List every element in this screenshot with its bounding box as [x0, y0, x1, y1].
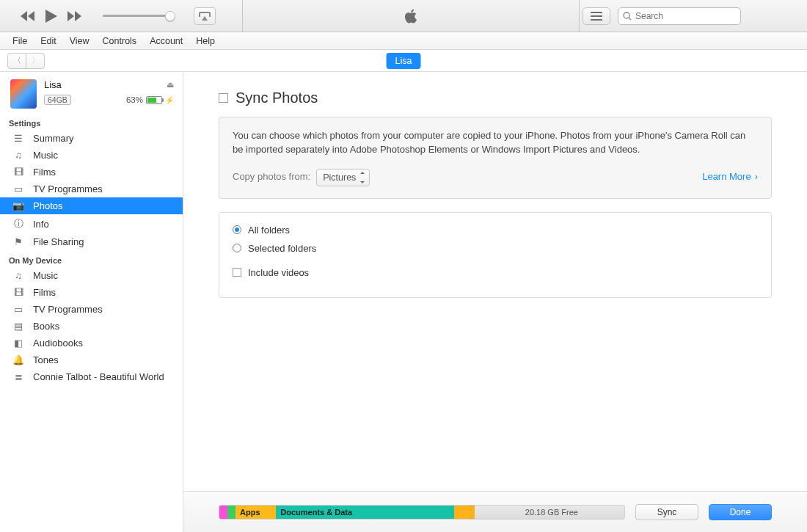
- battery-icon: [146, 96, 162, 104]
- svg-rect-2: [591, 19, 602, 21]
- tv-icon: ▭: [12, 304, 25, 315]
- storage-seg-docs: Documents & Data: [276, 506, 454, 519]
- sync-description-box: You can choose which photos from your co…: [219, 117, 772, 199]
- checkbox-include-videos-label: Include videos: [248, 267, 309, 278]
- bell-icon: 🔔: [12, 354, 25, 365]
- fast-forward-button[interactable]: [67, 11, 82, 21]
- films-icon: 🎞: [12, 167, 25, 178]
- info-icon: ⓘ: [12, 217, 25, 230]
- section-settings-header: Settings: [0, 113, 183, 130]
- folder-options-box: All folders Selected folders Include vid…: [219, 212, 772, 298]
- sidebar-item-file-sharing[interactable]: ⚑File Sharing: [0, 233, 183, 250]
- eject-icon[interactable]: ⏏: [167, 80, 174, 90]
- sync-photos-title: Sync Photos: [235, 90, 318, 106]
- storage-seg-apps: Apps: [235, 506, 276, 519]
- storage-seg-1: [219, 506, 227, 519]
- device-item-tv[interactable]: ▭TV Programmes: [0, 301, 183, 318]
- volume-slider[interactable]: [103, 15, 170, 17]
- storage-seg-free: 20.18 GB Free: [475, 506, 624, 519]
- summary-icon: ☰: [12, 133, 25, 144]
- apple-logo-icon: [404, 7, 418, 25]
- films-icon: 🎞: [12, 287, 25, 298]
- sidebar-item-tv[interactable]: ▭TV Programmes: [0, 181, 183, 197]
- storage-seg-2: [227, 506, 235, 519]
- charging-icon: ⚡: [165, 96, 174, 104]
- content-pane: Sync Photos You can choose which photos …: [183, 72, 807, 532]
- audiobook-icon: ◧: [12, 338, 25, 349]
- tv-icon: ▭: [12, 183, 25, 194]
- device-name: Lisa: [44, 79, 62, 90]
- section-device-header: On My Device: [0, 250, 183, 267]
- playlist-icon: ≣: [12, 371, 25, 382]
- radio-selected-folders[interactable]: [233, 244, 241, 252]
- nav-row: 〈 〉 Lisa: [0, 50, 807, 72]
- svg-rect-1: [591, 15, 602, 17]
- device-item-books[interactable]: ▤Books: [0, 318, 183, 335]
- menu-account[interactable]: Account: [143, 36, 189, 46]
- lcd-display: [242, 0, 580, 32]
- device-item-tones[interactable]: 🔔Tones: [0, 351, 183, 368]
- chevron-right-icon: ›: [755, 170, 758, 184]
- device-item-audiobooks[interactable]: ◧Audiobooks: [0, 335, 183, 351]
- capacity-badge: 64GB: [44, 95, 71, 105]
- menu-file[interactable]: File: [6, 36, 34, 46]
- menu-help[interactable]: Help: [189, 36, 222, 46]
- sync-button[interactable]: Sync: [635, 504, 698, 520]
- airplay-button[interactable]: [194, 7, 216, 25]
- sidebar-item-info[interactable]: ⓘInfo: [0, 214, 183, 233]
- sync-description-text: You can choose which photos from your co…: [233, 129, 758, 157]
- radio-all-folders[interactable]: [233, 225, 241, 234]
- svg-rect-0: [591, 12, 602, 13]
- checkbox-include-videos[interactable]: [233, 268, 241, 277]
- menu-view[interactable]: View: [63, 36, 96, 46]
- sidebar-item-films[interactable]: 🎞Films: [0, 164, 183, 181]
- music-icon: ♫: [12, 270, 25, 281]
- nav-forward-button[interactable]: 〉: [26, 53, 45, 69]
- sync-photos-checkbox[interactable]: [219, 93, 228, 103]
- done-button[interactable]: Done: [709, 504, 772, 520]
- play-button[interactable]: [45, 10, 57, 23]
- sidebar-item-music[interactable]: ♫Music: [0, 147, 183, 164]
- apps-icon: ⚑: [12, 236, 25, 247]
- device-item-music[interactable]: ♫Music: [0, 267, 183, 284]
- copy-from-dropdown[interactable]: Pictures: [316, 169, 370, 186]
- radio-selected-folders-label: Selected folders: [248, 243, 316, 254]
- footer-bar: Apps Documents & Data 20.18 GB Free Sync…: [183, 491, 807, 532]
- music-icon: ♫: [12, 150, 25, 161]
- copy-from-label: Copy photos from:: [233, 170, 310, 184]
- menu-controls[interactable]: Controls: [96, 36, 144, 46]
- storage-seg-5: [454, 506, 475, 519]
- nav-back-button[interactable]: 〈: [7, 53, 26, 69]
- learn-more-link[interactable]: Learn More ›: [702, 170, 758, 184]
- search-icon: [623, 12, 632, 21]
- rewind-button[interactable]: [21, 11, 35, 21]
- battery-percent: 63%: [126, 95, 143, 104]
- sidebar: Lisa ⏏ 64GB 63% ⚡ Settings ☰Summary ♫Mus…: [0, 72, 183, 532]
- sidebar-item-photos[interactable]: 📷Photos: [0, 197, 183, 214]
- menu-bar: File Edit View Controls Account Help: [0, 32, 807, 50]
- books-icon: ▤: [12, 321, 25, 332]
- storage-bar: Apps Documents & Data 20.18 GB Free: [219, 505, 625, 520]
- device-item-playlist[interactable]: ≣Connie Talbot - Beautiful World: [0, 368, 183, 385]
- device-item-films[interactable]: 🎞Films: [0, 284, 183, 301]
- sidebar-item-summary[interactable]: ☰Summary: [0, 130, 183, 147]
- svg-line-4: [629, 18, 631, 20]
- camera-icon: 📷: [12, 200, 25, 211]
- list-view-button[interactable]: [583, 7, 610, 25]
- svg-point-3: [624, 12, 629, 18]
- device-thumbnail: [10, 79, 37, 109]
- device-tab[interactable]: Lisa: [387, 53, 421, 69]
- search-input[interactable]: [618, 7, 741, 25]
- menu-edit[interactable]: Edit: [34, 36, 63, 46]
- player-bar: — ▢ ✕: [0, 0, 807, 32]
- radio-all-folders-label: All folders: [248, 225, 290, 236]
